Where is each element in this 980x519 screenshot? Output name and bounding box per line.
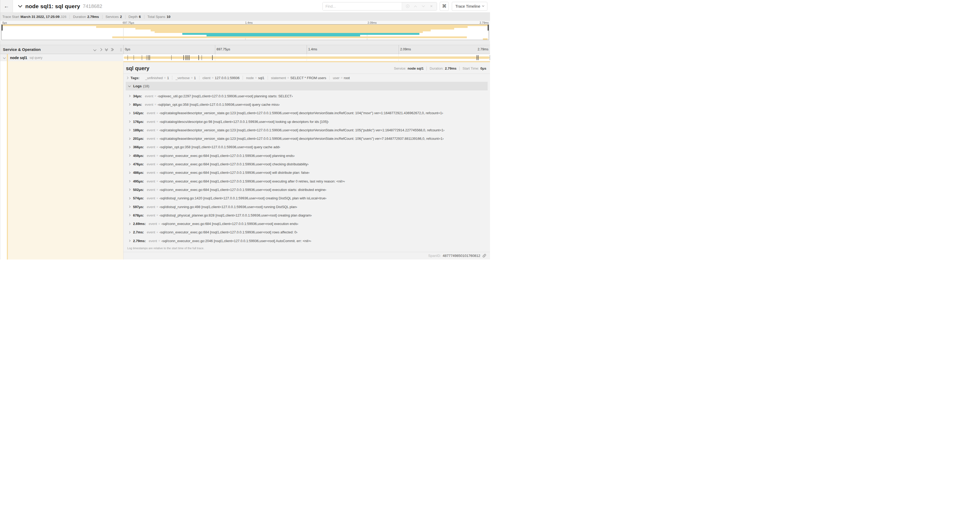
log-field-equals: = (156, 137, 158, 140)
tag-item: client=127.0.0.1:59936 (199, 76, 243, 80)
log-row[interactable]: 34μs:event=‹sql/exec_util.go:2297 [nsql1… (124, 92, 490, 100)
log-row[interactable]: 2.69ms:event=‹sql/conn_executor_exec.go:… (124, 219, 490, 228)
span-id-value: 4877749850101760812 (442, 254, 480, 258)
timeline-header: Service & Operation 0μs 697.75μs 1.4ms 2… (0, 45, 490, 54)
log-field-equals: = (156, 145, 158, 149)
locate-result-button[interactable] (404, 2, 412, 10)
log-field-equals: = (154, 94, 156, 97)
logs-label: Logs (133, 84, 142, 88)
span-detail-panel: sql query Service:node sql1 Duration:2.7… (123, 61, 490, 260)
log-row[interactable]: 366μs:event=‹sql/plan_opt.go:358 [nsql1,… (124, 143, 490, 152)
chevron-right-icon (128, 180, 130, 182)
log-field-value: ‹sql/conn_executor_exec.go:684 [nsql1,cl… (159, 179, 345, 183)
log-field-value: ‹sql/conn_executor_exec.go:684 [nsql1,cl… (159, 154, 294, 158)
log-field-key: event (147, 145, 155, 149)
log-row[interactable]: 597μs:event=‹sql/distsql_running.go:498 … (124, 203, 490, 211)
expand-one-button[interactable] (100, 48, 102, 51)
service-operation-header: Service & Operation (0, 45, 123, 54)
minimap-right-drag-handle[interactable] (488, 25, 489, 30)
span-row-name-cell[interactable]: node sql1 sql query (0, 54, 123, 61)
log-row[interactable]: 459μs:event=‹sql/conn_executor_exec.go:6… (124, 152, 490, 160)
trace-start: Trace Start March 31 2022, 17:25:09 .326 (2, 15, 70, 19)
log-field-key: event (147, 162, 155, 166)
chevron-right-icon (128, 103, 130, 105)
log-field-equals: = (156, 231, 158, 234)
trace-collapse-chevron-icon[interactable] (18, 3, 22, 8)
log-row[interactable]: 2.79ms:event=‹sql/conn_executor_exec.go:… (124, 236, 490, 245)
trace-timeline-page: ← node sql1: sql query 7418682 ✕ ⌘ Trace… (0, 0, 490, 260)
log-row[interactable]: 201μs:event=‹sql/catalog/lease/descripto… (124, 134, 490, 143)
log-field-key: event (147, 213, 155, 217)
collapse-all-button[interactable] (105, 48, 108, 51)
log-list: 34μs:event=‹sql/exec_util.go:2297 [nsql1… (124, 92, 490, 245)
service-color-stripe (7, 54, 8, 61)
log-row[interactable]: 476μs:event=‹sql/conn_executor_exec.go:6… (124, 160, 490, 168)
log-event-tick (477, 55, 477, 60)
log-timestamp: 176μs: (133, 120, 144, 124)
log-event-tick (142, 55, 142, 60)
log-field-equals: = (156, 112, 158, 115)
logs-accordion-header[interactable]: Logs (18) (126, 82, 488, 91)
view-selector-label: Trace Timeline (455, 4, 480, 8)
log-field-equals: = (156, 205, 158, 208)
span-expander-chevron-icon[interactable] (3, 56, 6, 59)
log-event-tick (212, 55, 213, 60)
next-result-button[interactable] (419, 2, 427, 10)
log-row[interactable]: 189μs:event=‹sql/catalog/lease/descripto… (124, 126, 490, 134)
column-resizer[interactable] (120, 48, 122, 51)
tags-row[interactable]: Tags: _unfinished=1 _verbose=1 client=12… (124, 74, 490, 82)
copy-link-icon[interactable] (482, 254, 486, 258)
minimap-left-drag-handle[interactable] (2, 25, 3, 30)
trace-summary-bar: Trace Start March 31 2022, 17:25:09 .326… (0, 13, 490, 21)
log-row[interactable]: 502μs:event=‹sql/conn_executor_exec.go:6… (124, 185, 490, 194)
find-input[interactable] (323, 2, 402, 10)
log-field-value: ‹sql/conn_executor_exec.go:684 [nsql1,cl… (159, 162, 309, 166)
log-event-tick (134, 55, 134, 60)
span-service-name: node sql1 (10, 56, 27, 60)
log-row[interactable]: 80μs:event=‹sql/plan_opt.go:358 [nsql1,c… (124, 100, 490, 109)
keyboard-shortcuts-button[interactable]: ⌘ (440, 2, 449, 11)
log-field-equals: = (156, 120, 158, 123)
back-button[interactable]: ← (0, 0, 13, 13)
minimap-canvas[interactable] (1, 24, 489, 40)
trace-depth: Depth 6 (126, 15, 144, 19)
span-row: node sql1 sql query (0, 54, 490, 61)
log-timestamp: 2.69ms: (133, 222, 146, 226)
chevron-right-icon (128, 214, 130, 216)
chevron-right-icon (128, 197, 130, 199)
log-field-value: ‹sql/catalog/lease/descriptor_version_st… (159, 128, 444, 132)
minimap-tick: 1.4ms (245, 21, 253, 24)
log-row[interactable]: 176μs:event=‹sql/catalog/descs/descripto… (124, 117, 490, 126)
log-row[interactable]: 486μs:event=‹sql/conn_executor_exec.go:6… (124, 169, 490, 177)
log-field-key: event (147, 154, 155, 158)
collapse-one-button[interactable] (94, 48, 96, 51)
trace-minimap: 0μs 697.75μs 1.4ms 2.09ms 2.79ms (0, 21, 490, 41)
span-duration-bar[interactable] (124, 56, 490, 59)
clear-search-button[interactable]: ✕ (427, 2, 435, 10)
log-timestamp: 366μs: (133, 145, 144, 149)
log-timestamps-note: Log timestamps are relative to the start… (124, 245, 490, 252)
span-id-row: SpanID: 4877749850101760812 (124, 252, 490, 259)
prev-result-button[interactable] (412, 2, 419, 10)
log-row[interactable]: 2.7ms:event=‹sql/conn_executor_exec.go:6… (124, 228, 490, 236)
log-row[interactable]: 495μs:event=‹sql/conn_executor_exec.go:6… (124, 177, 490, 185)
log-timestamp: 495μs: (133, 179, 144, 183)
log-field-key: event (147, 205, 155, 209)
chevron-right-icon (128, 231, 130, 233)
log-event-tick (183, 55, 184, 60)
detail-row-background (8, 61, 123, 260)
minimap-tick: 2.79ms (480, 21, 489, 24)
expand-all-button[interactable] (111, 48, 113, 51)
log-field-equals: = (158, 239, 160, 242)
log-row[interactable]: 574μs:event=‹sql/distsql_running.go:1420… (124, 194, 490, 203)
minimap-tick: 0μs (2, 21, 7, 24)
log-timestamp: 459μs: (133, 154, 144, 158)
log-field-value: ‹sql/conn_executor_exec.go:684 [nsql1,cl… (159, 171, 309, 174)
log-timestamp: 34μs: (133, 94, 142, 98)
log-row[interactable]: 678μs:event=‹sql/distsql_physical_planne… (124, 211, 490, 219)
log-row[interactable]: 142μs:event=‹sql/catalog/lease/descripto… (124, 109, 490, 117)
log-field-equals: = (154, 103, 156, 106)
log-field-key: event (147, 137, 155, 141)
minimap-tick: 697.75μs (123, 21, 134, 24)
view-selector-button[interactable]: Trace Timeline (452, 2, 487, 11)
